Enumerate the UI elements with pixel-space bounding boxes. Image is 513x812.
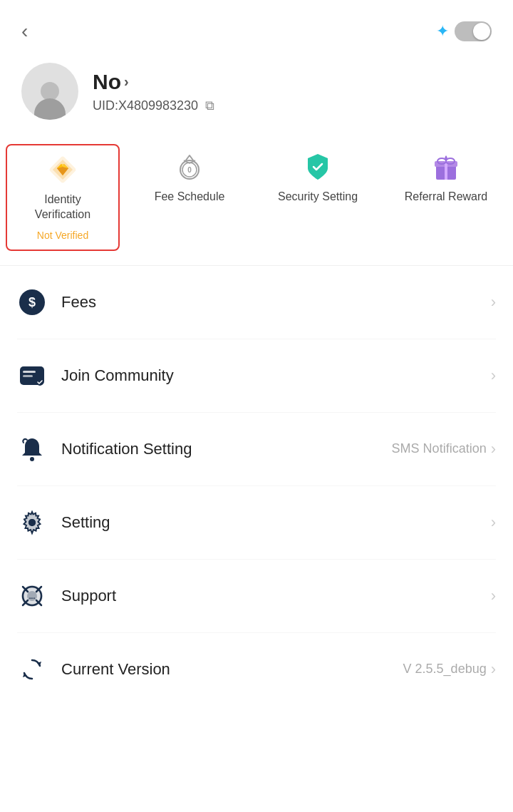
- join-community-icon: [17, 361, 47, 391]
- referral-reward-label: Referral Reward: [405, 190, 487, 205]
- profile-uid: UID:X4809983230 ⧉: [93, 98, 214, 113]
- svg-text:$: $: [28, 295, 36, 309]
- current-version-right: V 2.5.5_debug ›: [403, 660, 496, 679]
- security-setting-label: Security Setting: [278, 190, 358, 205]
- medal-icon: 0: [174, 151, 205, 183]
- back-button[interactable]: ‹: [21, 20, 28, 43]
- setting-label: Setting: [61, 513, 477, 532]
- svg-point-17: [28, 519, 36, 526]
- current-version-chevron: ›: [491, 660, 496, 679]
- support-icon: ...: [17, 581, 47, 611]
- quick-action-referral-reward[interactable]: Referral Reward: [382, 144, 510, 212]
- avatar-body: [34, 98, 66, 120]
- avatar: [21, 63, 78, 120]
- support-label: Support: [61, 587, 477, 605]
- theme-toggle[interactable]: [455, 21, 492, 41]
- join-community-right: ›: [491, 366, 496, 385]
- menu-item-join-community[interactable]: Join Community ›: [17, 339, 496, 413]
- quick-action-identity-verification[interactable]: IdentityVerification Not Verified: [6, 144, 120, 251]
- notification-setting-label: Notification Setting: [61, 440, 378, 458]
- diamond-icon: [47, 154, 78, 185]
- notification-right-text: SMS Notification: [392, 441, 487, 456]
- fees-chevron: ›: [491, 293, 496, 312]
- current-version-icon: [17, 654, 47, 684]
- setting-icon: [17, 508, 47, 538]
- fees-icon: $: [17, 287, 47, 317]
- menu-item-support[interactable]: ... Support ›: [17, 560, 496, 633]
- uid-text: UID:X4809983230: [93, 98, 198, 113]
- version-number: V 2.5.5_debug: [403, 662, 487, 677]
- svg-point-15: [30, 457, 34, 461]
- current-version-label: Current Version: [61, 660, 389, 679]
- quick-action-security-setting[interactable]: Security Setting: [254, 144, 382, 212]
- setting-chevron: ›: [491, 513, 496, 532]
- svg-rect-6: [445, 161, 447, 180]
- profile-section: No › UID:X4809983230 ⧉: [0, 50, 513, 137]
- svg-rect-13: [23, 375, 33, 377]
- join-community-label: Join Community: [61, 366, 477, 385]
- profile-name-chevron: ›: [124, 73, 129, 90]
- notification-setting-right: SMS Notification ›: [392, 440, 496, 458]
- fees-label: Fees: [61, 293, 477, 312]
- sun-icon: ✦: [436, 22, 449, 41]
- menu-item-fees[interactable]: $ Fees ›: [17, 266, 496, 339]
- theme-toggle-area: ✦: [436, 21, 492, 41]
- profile-name-text: No: [93, 70, 121, 94]
- top-bar: ‹ ✦: [0, 0, 513, 50]
- join-community-chevron: ›: [491, 366, 496, 385]
- support-right: ›: [491, 587, 496, 605]
- notification-chevron: ›: [491, 440, 496, 458]
- copy-icon[interactable]: ⧉: [205, 98, 214, 113]
- profile-info: No › UID:X4809983230 ⧉: [93, 70, 214, 113]
- profile-name[interactable]: No ›: [93, 70, 214, 94]
- shield-icon: [302, 151, 333, 183]
- support-chevron: ›: [491, 587, 496, 605]
- quick-action-fee-schedule[interactable]: 0 Fee Schedule: [125, 144, 254, 212]
- identity-verification-status: Not Verified: [37, 230, 88, 241]
- avatar-figure: [34, 81, 66, 120]
- gift-icon: [430, 151, 462, 183]
- notification-icon: [17, 434, 47, 464]
- quick-actions: IdentityVerification Not Verified 0 Fee …: [0, 137, 513, 266]
- menu-item-current-version[interactable]: Current Version V 2.5.5_debug ›: [17, 633, 496, 706]
- menu-item-notification-setting[interactable]: Notification Setting SMS Notification ›: [17, 413, 496, 486]
- fees-right: ›: [491, 293, 496, 312]
- svg-text:0: 0: [187, 166, 192, 174]
- toggle-thumb: [473, 23, 490, 40]
- menu-item-setting[interactable]: Setting ›: [17, 486, 496, 560]
- menu-list: $ Fees › Join Community ›: [0, 266, 513, 706]
- setting-right: ›: [491, 513, 496, 532]
- identity-verification-label: IdentityVerification: [35, 192, 90, 222]
- svg-text:...: ...: [29, 592, 36, 600]
- fee-schedule-label: Fee Schedule: [155, 190, 225, 205]
- svg-rect-12: [23, 371, 36, 373]
